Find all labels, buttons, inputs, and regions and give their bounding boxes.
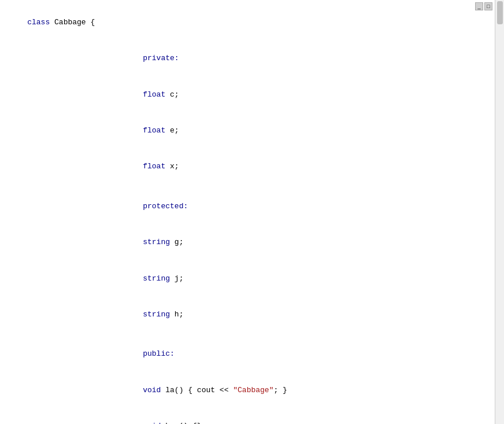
code-line-1: class Cabbage {: [9, 5, 495, 40]
code-line-string-g: string g;: [125, 224, 495, 260]
code-line-float-e: float e;: [125, 113, 495, 149]
code-block: class Cabbage { private: float c; float …: [9, 5, 495, 424]
code-line-protected: protected:: [125, 189, 495, 224]
code-line-private: private:: [125, 40, 495, 76]
code-line-string-h: string h;: [125, 297, 495, 333]
code-line-void-la: void la() { cout << "Cabbage"; }: [125, 373, 495, 408]
code-line-public: public:: [125, 337, 495, 373]
code-line-float-c: float c;: [125, 77, 495, 113]
code-line-void-bar: void bar() {}: [125, 408, 495, 424]
scrollbar[interactable]: [495, 0, 504, 424]
scrollbar-thumb[interactable]: [497, 1, 503, 24]
code-line-float-x: float x;: [125, 149, 495, 185]
maximize-button[interactable]: □: [484, 2, 492, 10]
code-line-string-j: string j;: [125, 261, 495, 297]
minimize-button[interactable]: _: [475, 2, 483, 10]
class-keyword: class: [27, 18, 54, 27]
window-controls: _ □: [475, 2, 492, 10]
